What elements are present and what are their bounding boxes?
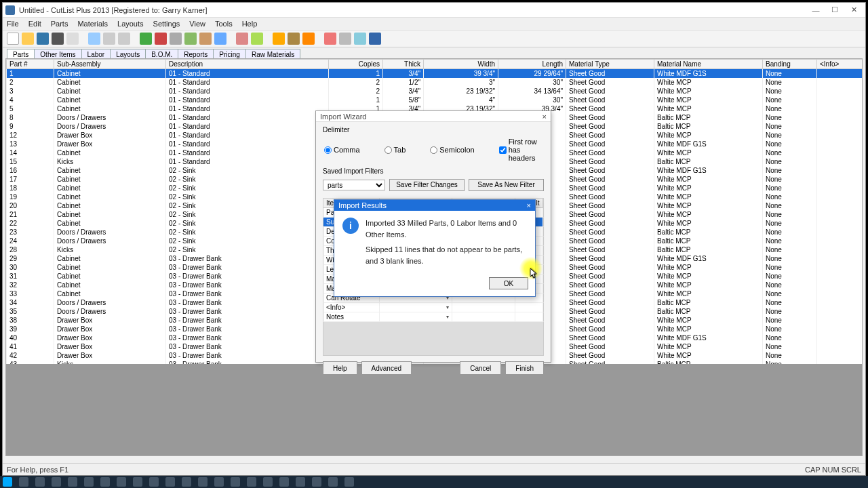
taskbar-item[interactable] [214, 477, 224, 487]
taskbar-item[interactable] [231, 477, 240, 487]
menu-tools[interactable]: Tools [215, 20, 233, 28]
save-filter-button[interactable]: Save Filter Changes [389, 179, 465, 191]
taskbar-item[interactable] [84, 477, 94, 487]
tool2-icon[interactable] [170, 33, 182, 45]
col-header[interactable]: Width [424, 60, 498, 69]
taskbar-item[interactable] [52, 477, 61, 487]
radio-semicolon[interactable]: Semicolon [430, 146, 474, 154]
menu-materials[interactable]: Materials [77, 20, 108, 28]
taskbar-item[interactable] [117, 477, 126, 487]
tool4-icon[interactable] [199, 33, 212, 45]
col-header[interactable]: Copies [329, 60, 383, 69]
taskbar-item[interactable] [328, 477, 338, 487]
delete-icon[interactable] [155, 33, 167, 45]
menu-help[interactable]: Help [242, 20, 258, 28]
taskbar-item[interactable] [279, 477, 289, 487]
tool3-icon[interactable] [184, 33, 197, 45]
col-header[interactable]: Material Name [654, 60, 763, 69]
col-header[interactable]: Thick [383, 60, 424, 69]
delimiter-label: Delimiter [323, 126, 544, 134]
menu-edit[interactable]: Edit [28, 20, 41, 28]
col-header[interactable]: Description [166, 60, 329, 69]
col-header[interactable]: Part # [7, 60, 54, 69]
cut-icon[interactable] [88, 33, 100, 45]
status-right: CAP NUM SCRL [805, 466, 861, 474]
mapping-empty-area [323, 322, 544, 356]
tool10-icon[interactable] [324, 33, 336, 45]
filter-select[interactable]: parts [323, 180, 385, 190]
taskbar-item[interactable] [68, 477, 77, 487]
taskbar-item[interactable] [344, 477, 354, 487]
copy-icon[interactable] [103, 33, 115, 45]
taskbar-item[interactable] [35, 477, 45, 487]
advanced-button[interactable]: Advanced [361, 361, 412, 375]
new-icon[interactable] [7, 33, 19, 45]
col-header[interactable]: <Info> [817, 60, 863, 69]
tool13-icon[interactable] [369, 33, 381, 45]
taskbar-item[interactable] [247, 477, 256, 487]
mapping-row[interactable]: Notes▾ [323, 312, 544, 322]
tool-icon[interactable] [66, 33, 79, 45]
cancel-button[interactable]: Cancel [460, 361, 501, 375]
tool8-icon[interactable] [273, 33, 285, 45]
tool6-icon[interactable] [236, 33, 248, 45]
table-row[interactable]: 1Cabinet01 - Standard13/4"39 3/4"29 29/6… [7, 69, 863, 78]
menu-file[interactable]: File [7, 20, 19, 28]
modal-close-icon[interactable]: × [527, 201, 531, 209]
minimize-button[interactable]: — [807, 5, 825, 16]
tool12-icon[interactable] [354, 33, 366, 45]
col-header[interactable]: Material Type [566, 60, 654, 69]
tool7-icon[interactable] [251, 33, 263, 45]
tool5-icon[interactable] [214, 33, 226, 45]
add-icon[interactable] [140, 33, 152, 45]
table-row[interactable]: 2Cabinet01 - Standard21/2"3"30"Sheet Goo… [7, 78, 863, 87]
paste-icon[interactable] [118, 33, 130, 45]
save-icon[interactable] [37, 33, 49, 45]
app-icon [5, 5, 15, 15]
modal-titlebar[interactable]: Import Results × [334, 200, 535, 211]
tool11-icon[interactable] [339, 33, 351, 45]
col-header[interactable]: Banding [763, 60, 817, 69]
maximize-button[interactable]: ☐ [826, 5, 844, 16]
tool9-icon[interactable] [288, 33, 300, 45]
col-header[interactable]: Sub-Assembly [54, 60, 166, 69]
help-button[interactable]: Help [323, 361, 357, 375]
lock-icon[interactable] [302, 33, 315, 45]
menu-settings[interactable]: Settings [153, 20, 180, 28]
taskbar-item[interactable] [100, 477, 110, 487]
info-icon: i [342, 218, 359, 234]
mapping-row[interactable]: <Info>▾ [323, 303, 544, 312]
wizard-close-icon[interactable]: × [542, 113, 547, 121]
close-button[interactable]: ✕ [845, 5, 863, 16]
saved-filters-label: Saved Import Filters [323, 167, 544, 175]
check-first-row-headers[interactable]: First row has headers [499, 138, 544, 162]
taskbar-item[interactable] [182, 477, 191, 487]
taskbar-item[interactable] [133, 477, 142, 487]
menu-view[interactable]: View [189, 20, 205, 28]
grid-header: Part #Sub-AssemblyDescriptionCopiesThick… [7, 60, 863, 69]
taskbar-item[interactable] [263, 477, 273, 487]
taskbar-item[interactable] [149, 477, 159, 487]
radio-tab[interactable]: Tab [384, 146, 406, 154]
menu-layouts[interactable]: Layouts [117, 20, 144, 28]
col-header[interactable]: Length [498, 60, 566, 69]
taskbar-item[interactable] [198, 477, 208, 487]
taskbar-item[interactable] [19, 477, 28, 487]
menu-parts[interactable]: Parts [51, 20, 68, 28]
start-button[interactable] [3, 477, 12, 487]
print-icon[interactable] [52, 33, 64, 45]
finish-button[interactable]: Finish [505, 361, 544, 375]
taskbar[interactable] [0, 476, 868, 488]
table-row[interactable]: 3Cabinet01 - Standard23/4"23 19/32"34 13… [7, 87, 863, 96]
taskbar-item[interactable] [312, 477, 321, 487]
ok-button[interactable]: OK [489, 277, 528, 289]
open-icon[interactable] [22, 33, 34, 45]
taskbar-item[interactable] [296, 477, 305, 487]
radio-comma[interactable]: Comma [324, 146, 360, 154]
taskbar-item[interactable] [165, 477, 175, 487]
table-row[interactable]: 4Cabinet01 - Standard15/8"4"30"Sheet Goo… [7, 96, 863, 104]
statusbar: For Help, press F1 CAP NUM SCRL [3, 463, 865, 475]
save-as-new-filter-button[interactable]: Save As New Filter [469, 179, 544, 191]
import-results-dialog: Import Results × i Imported 33 Milled Pa… [334, 199, 536, 297]
wizard-titlebar[interactable]: Import Wizard × [316, 111, 551, 122]
